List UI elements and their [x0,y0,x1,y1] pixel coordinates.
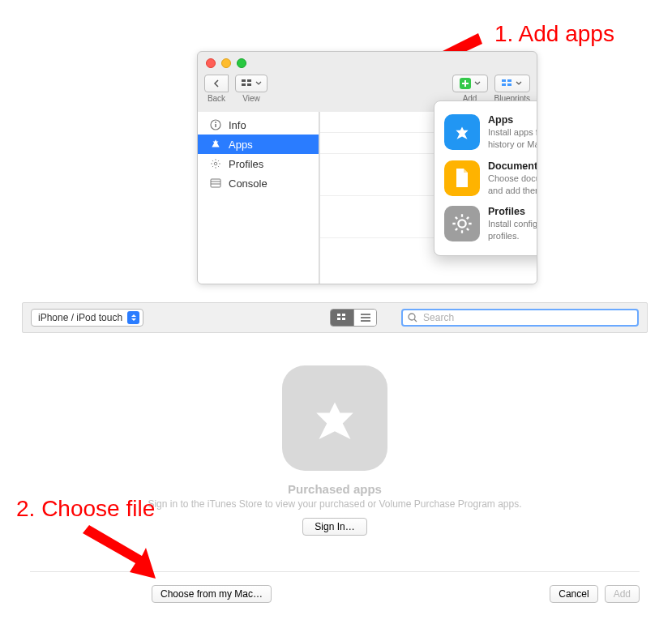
svg-rect-18 [342,314,345,316]
device-select-label: iPhone / iPod touch [38,312,122,323]
search-field[interactable] [401,309,639,327]
back-button[interactable] [204,75,229,92]
configurator-window: Back View Add [197,51,537,284]
gear-icon [209,157,222,170]
list-icon [361,314,370,322]
add-button[interactable] [452,75,488,92]
svg-rect-7 [502,83,506,86]
view-group: View [235,75,268,103]
popover-item-desc: Install apps from your purchase history … [488,126,537,151]
svg-rect-17 [337,314,340,316]
svg-rect-20 [342,318,345,320]
apps-icon [444,114,480,150]
sidebar-item-label: Console [229,177,268,190]
svg-rect-5 [502,79,506,82]
info-icon [209,118,222,131]
sidebar-item-label: Apps [229,139,253,151]
svg-rect-1 [242,79,246,82]
view-label: View [242,94,260,103]
annotation-arrow-2 [81,525,170,582]
minimize-icon[interactable] [221,58,231,68]
close-icon[interactable] [206,58,216,68]
window-body: Info Apps Profiles Console [198,112,537,284]
dialog-footer: Choose from my Mac… Cancel Add [30,579,640,609]
content-area: io 6 6 6 Apps Install apps from your pur… [319,112,537,284]
choose-from-mac-button[interactable]: Choose from my Mac… [152,585,272,603]
zoom-icon[interactable] [237,58,246,68]
search-input[interactable] [422,311,632,324]
svg-point-24 [409,314,415,320]
annotation-step2: 2. Choose file [16,496,155,522]
popover-item-title: Profiles [488,206,537,217]
popover-item-documents[interactable]: Documents Choose documents from your Mac… [443,156,537,202]
cancel-button[interactable]: Cancel [550,585,597,603]
svg-rect-13 [211,179,220,187]
sign-in-button[interactable]: Sign In… [302,518,366,536]
chevron-down-icon [474,81,481,86]
appstore-icon [282,365,387,471]
back-label: Back [208,94,225,103]
svg-line-25 [414,319,417,322]
grid-view-button[interactable] [331,310,353,326]
add-group: Add [452,75,488,103]
svg-rect-4 [247,83,251,86]
add-button[interactable]: Add [605,585,640,603]
annotation-step1: 1. Add apps [494,21,614,47]
sidebar-item-label: Profiles [229,158,263,170]
device-select[interactable]: iPhone / iPod touch [31,309,143,327]
blueprints-button[interactable] [494,75,530,92]
chevron-left-icon [212,79,220,88]
popover-item-desc: Install configuration and provisioning p… [488,218,537,242]
svg-rect-2 [247,79,251,82]
view-button[interactable] [235,75,268,92]
purchased-title: Purchased apps [22,482,648,496]
popover-item-desc: Choose documents from your Mac and add t… [488,173,537,197]
popover-item-profiles[interactable]: Profiles Install configuration and provi… [443,201,537,247]
select-stepper-icon [127,311,139,324]
apps-toolbar: iPhone / iPod touch [22,302,648,333]
svg-rect-19 [337,318,340,320]
svg-point-12 [214,162,217,165]
window-traffic-lights[interactable] [206,58,246,68]
plus-icon [460,78,471,89]
grid-icon [337,314,347,322]
sidebar-item-label: Info [229,119,246,131]
list-view-button[interactable] [353,310,376,326]
blueprints-group: Blueprints [494,75,530,103]
popover-item-title: Apps [488,114,537,126]
back-group: Back [204,75,229,103]
svg-rect-8 [507,83,511,86]
console-icon [209,177,222,190]
search-icon [408,313,417,323]
add-popover: Apps Install apps from your purchase his… [434,100,537,256]
svg-point-11 [215,122,216,123]
gear-icon [444,206,480,241]
svg-point-16 [458,220,465,228]
blueprints-icon [502,79,513,88]
chevron-down-icon [255,81,262,86]
grid-icon [242,79,253,88]
svg-rect-3 [242,83,246,86]
sidebar-item-console[interactable]: Console [198,173,319,193]
popover-item-title: Documents [488,160,537,172]
view-mode-segment[interactable] [330,309,377,327]
sidebar: Info Apps Profiles Console [198,112,319,284]
svg-marker-26 [83,525,156,579]
svg-rect-6 [507,79,511,82]
sidebar-item-apps[interactable]: Apps [198,135,319,154]
sidebar-item-info[interactable]: Info [198,115,319,135]
popover-item-apps[interactable]: Apps Install apps from your purchase his… [443,109,537,156]
svg-rect-10 [215,124,216,127]
document-icon [444,160,480,196]
apps-icon [209,138,222,151]
sidebar-item-profiles[interactable]: Profiles [198,154,319,173]
chevron-down-icon [516,81,522,86]
